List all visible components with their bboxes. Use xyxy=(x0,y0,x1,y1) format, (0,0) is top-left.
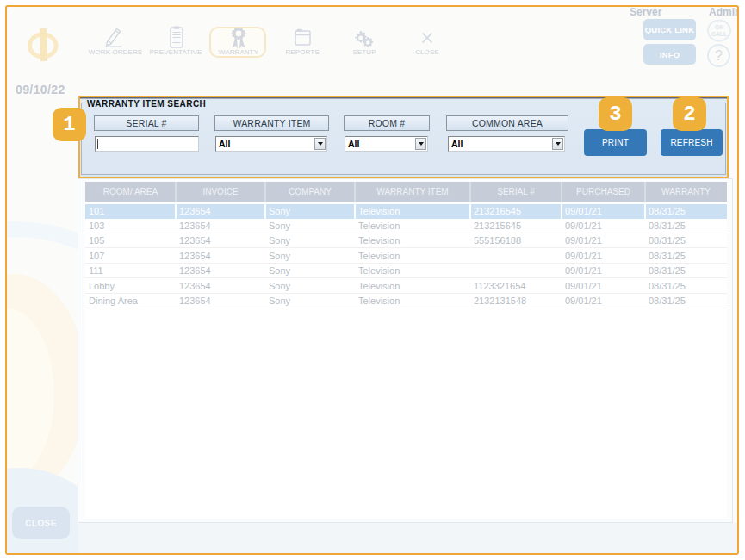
svg-text:CALL: CALL xyxy=(711,31,728,37)
svg-text:ON: ON xyxy=(715,24,724,30)
